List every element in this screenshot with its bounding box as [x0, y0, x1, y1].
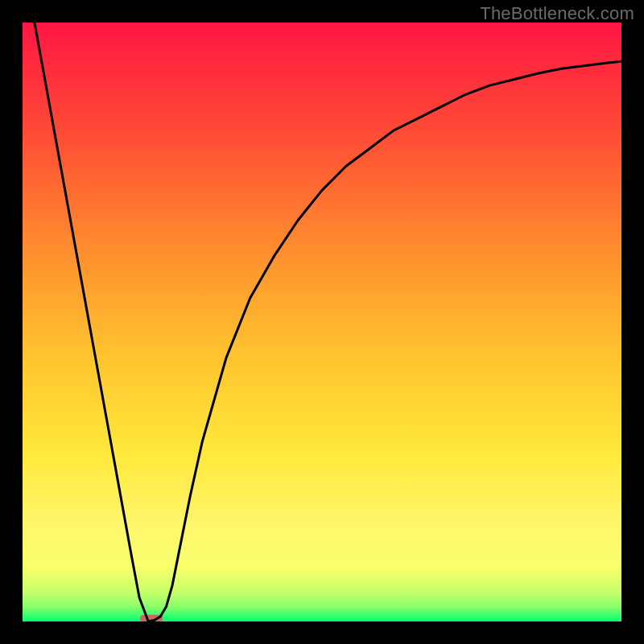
bottleneck-chart [23, 23, 621, 621]
chart-frame [23, 23, 621, 621]
gradient-background [23, 23, 621, 621]
watermark-text: TheBottleneck.com [480, 3, 634, 24]
